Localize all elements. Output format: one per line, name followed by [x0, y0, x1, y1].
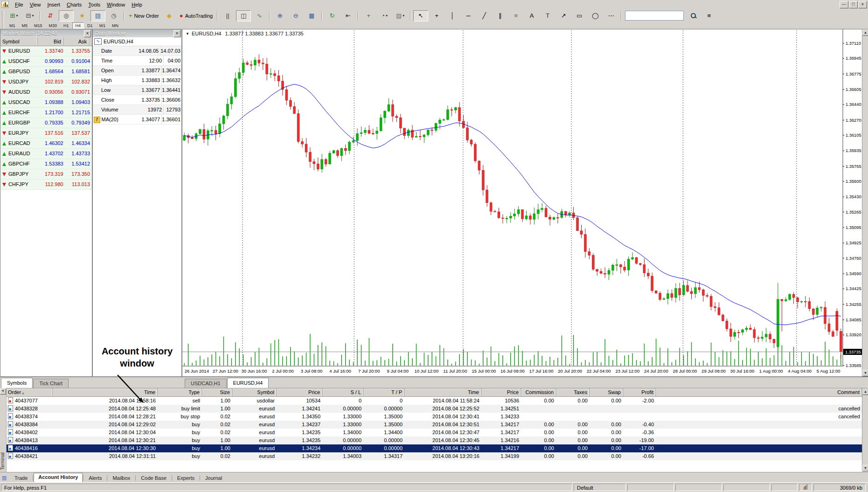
- market-watch-row[interactable]: EURJPY137.516137.537: [0, 128, 92, 139]
- column-header-ask[interactable]: Ask: [63, 37, 89, 46]
- crosshair-button[interactable]: +: [429, 10, 444, 21]
- column-header-bid[interactable]: Bid: [38, 37, 63, 46]
- column-header-price2[interactable]: Price: [481, 388, 521, 396]
- fibonacci-button[interactable]: ≡: [508, 10, 523, 21]
- timeframe-m30[interactable]: M30: [46, 22, 61, 29]
- text-label-button[interactable]: T: [540, 10, 555, 21]
- metaeditor-button[interactable]: ◆: [162, 10, 177, 21]
- terminal-scrollbar[interactable]: ▲ ▼: [862, 388, 868, 471]
- timeframe-w1[interactable]: W1: [96, 22, 109, 29]
- bar-chart-button[interactable]: ||: [220, 10, 235, 21]
- market-watch-row[interactable]: GBPJPY173.319173.350: [0, 169, 92, 180]
- line-chart-button[interactable]: ∿: [252, 10, 267, 21]
- column-header-symbol[interactable]: Symbol: [0, 37, 38, 46]
- periods-button[interactable]: ◔▾: [377, 10, 392, 21]
- timeframe-m5[interactable]: M5: [19, 22, 31, 29]
- cursor-button[interactable]: ↖: [413, 10, 428, 21]
- tab-tick-chart[interactable]: Tick Chart: [33, 379, 69, 388]
- column-header-tp[interactable]: T / P: [363, 388, 404, 396]
- order-row[interactable]: 404384132014.08.04 12:30:21buy1.00eurusd…: [6, 437, 862, 444]
- tile-windows-button[interactable]: ▦: [304, 10, 319, 21]
- shapes-button[interactable]: ▭: [572, 10, 587, 21]
- auto-scroll-button[interactable]: ↻: [325, 10, 340, 21]
- column-header-symbol[interactable]: Symbol: [232, 388, 277, 396]
- column-header-time[interactable]: Time: [53, 388, 158, 396]
- indicators-button[interactable]: +: [361, 10, 376, 21]
- tab-code-base[interactable]: Code Base: [136, 474, 171, 482]
- channel-button[interactable]: ∥: [493, 10, 507, 21]
- candlestick-chart-button[interactable]: ◫: [236, 10, 251, 21]
- column-header-sl[interactable]: S / L: [322, 388, 363, 396]
- column-header-swap[interactable]: Swap: [590, 388, 623, 396]
- tab-account-history[interactable]: Account History: [34, 473, 83, 482]
- horizontal-line-button[interactable]: ─: [461, 10, 476, 21]
- chart-tab-eurusd-h4[interactable]: EURUSD,H4: [227, 378, 269, 388]
- menu-item-file[interactable]: File: [12, 1, 27, 8]
- menu-item-help[interactable]: Help: [128, 1, 146, 8]
- text-button[interactable]: A: [524, 10, 539, 21]
- timeframe-mn[interactable]: MN: [109, 22, 122, 29]
- toolbar-search-input[interactable]: [625, 11, 684, 21]
- close-icon[interactable]: ×: [174, 30, 181, 37]
- market-watch-row[interactable]: USDJPY102.819102.832: [0, 77, 92, 87]
- market-watch-row[interactable]: EURCHF1.217001.21715: [0, 108, 92, 118]
- tab-experts[interactable]: Experts: [173, 474, 199, 482]
- column-header-comment[interactable]: Comment: [656, 388, 862, 396]
- new-order-button[interactable]: +New Order: [127, 10, 161, 21]
- market-watch-row[interactable]: USDCHF0.909930.91004: [0, 56, 92, 67]
- chevron-down-icon[interactable]: ▾: [403, 14, 404, 18]
- strategy-tester-button[interactable]: ◷: [106, 10, 121, 21]
- profiles-button[interactable]: ⊟▾: [22, 10, 37, 21]
- tab-trade[interactable]: Trade: [10, 474, 32, 482]
- history-center-button[interactable]: ★: [75, 10, 90, 21]
- market-watch-row[interactable]: GBPCHF1.533831.53412: [0, 159, 92, 169]
- new-chart-button[interactable]: ⊞▾: [7, 10, 21, 21]
- market-watch-row[interactable]: USDCAD1.093881.09403: [0, 97, 92, 108]
- close-icon[interactable]: ×: [0, 388, 6, 395]
- price-chart[interactable]: 1.371101.369451.367751.366051.364401.362…: [182, 29, 868, 376]
- status-profile[interactable]: Default: [574, 484, 626, 491]
- order-row[interactable]: 404384022014.08.04 12:30:04buy0.02eurusd…: [6, 429, 862, 437]
- menu-item-view[interactable]: View: [27, 1, 44, 8]
- search-button[interactable]: [686, 10, 701, 21]
- order-row[interactable]: 404370772014.08.04 11:58:16sell1.00usdol…: [6, 397, 862, 405]
- maximize-button[interactable]: □: [849, 1, 858, 8]
- chart-scrollbar[interactable]: ▲ ▼: [862, 29, 868, 376]
- tab-symbols[interactable]: Symbols: [1, 378, 33, 388]
- toolbar-menu-button[interactable]: ≡: [701, 10, 716, 21]
- chart-shift-button[interactable]: ⇤: [340, 10, 355, 21]
- market-watch-row[interactable]: EURUSD1.337401.33755: [0, 46, 92, 56]
- zoom-in-button[interactable]: ⊕: [272, 10, 287, 21]
- market-watch-row[interactable]: CHFJPY112.980113.013: [0, 180, 92, 190]
- data-window-button[interactable]: ▤: [90, 10, 105, 21]
- more-tools-button[interactable]: ⋯: [604, 10, 618, 21]
- timeframe-m1[interactable]: M1: [6, 22, 19, 29]
- tab-mailbox[interactable]: Mailbox: [108, 474, 135, 482]
- close-icon[interactable]: ×: [84, 30, 91, 37]
- order-row[interactable]: 404383742014.08.04 12:28:21buy stop0.02e…: [6, 413, 862, 421]
- timeframe-m15[interactable]: M15: [31, 22, 46, 29]
- market-watch-row[interactable]: GBPUSD1.685641.68581: [0, 67, 92, 77]
- column-header-time2[interactable]: Time: [404, 388, 481, 396]
- vertical-line-button[interactable]: │: [445, 10, 460, 21]
- minimize-button[interactable]: —: [840, 1, 848, 8]
- timeframe-d1[interactable]: D1: [84, 22, 96, 29]
- scroll-up-icon[interactable]: ▲: [862, 29, 868, 36]
- templates-button[interactable]: ▨▾: [393, 10, 408, 21]
- close-button[interactable]: ×: [858, 1, 867, 8]
- order-row[interactable]: 404383842014.08.04 12:29:02buy0.02eurusd…: [6, 421, 862, 429]
- market-watch-row[interactable]: EURGBP0.793350.79349: [0, 118, 92, 128]
- chevron-down-icon[interactable]: ▾: [386, 14, 388, 18]
- order-row[interactable]: 404384212014.08.04 12:31:11buy0.02eurusd…: [6, 452, 862, 460]
- order-row[interactable]: 404383282014.08.04 12:25:48buy limit1.00…: [6, 405, 862, 413]
- chevron-down-icon[interactable]: ▾: [16, 14, 18, 18]
- timeframe-h1[interactable]: H1: [60, 22, 72, 29]
- market-watch-row[interactable]: AUDUSD0.930560.93071: [0, 87, 92, 97]
- autotrading-button[interactable]: ●AutoTrading: [178, 10, 215, 21]
- ellipse-button[interactable]: ◯: [588, 10, 603, 21]
- scroll-down-icon[interactable]: ▼: [862, 465, 868, 471]
- navigator-button[interactable]: ◎: [59, 10, 74, 21]
- scroll-down-icon[interactable]: ▼: [862, 370, 868, 376]
- chevron-down-icon[interactable]: ▾: [32, 14, 34, 18]
- tab-alerts[interactable]: Alerts: [84, 474, 106, 482]
